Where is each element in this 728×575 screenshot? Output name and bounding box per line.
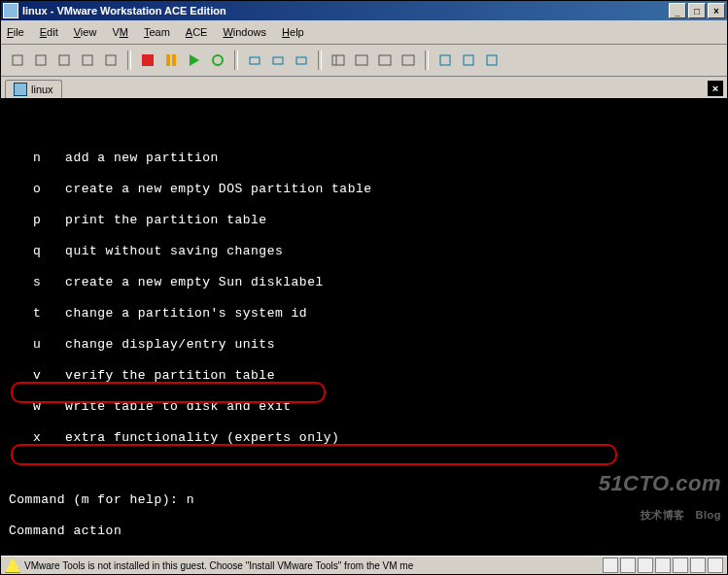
svg-rect-7 [172, 54, 176, 66]
tab-close-button[interactable]: × [708, 81, 723, 96]
floppy-icon[interactable] [638, 558, 653, 573]
menu-vm[interactable]: VM [112, 26, 128, 38]
play-button[interactable] [184, 50, 205, 71]
manage-button[interactable] [291, 50, 312, 71]
status-text: VMware Tools is not installed in this gu… [24, 560, 603, 571]
console-line: e extended [9, 555, 719, 556]
vm-icon [14, 83, 27, 96]
menu-edit[interactable]: Edit [40, 26, 58, 38]
display-icon[interactable] [708, 558, 723, 573]
console-line: q quit without saving changes [9, 244, 719, 259]
menu-team[interactable]: Team [144, 26, 170, 38]
toolbar-button-5[interactable] [100, 50, 121, 71]
svg-rect-17 [402, 55, 414, 65]
console-line [9, 461, 719, 477]
console-line: o create a new empty DOS partition table [9, 182, 719, 197]
svg-rect-16 [379, 55, 391, 65]
sidebar-button[interactable] [328, 50, 349, 71]
menu-ace[interactable]: ACE [186, 26, 208, 38]
warning-icon [5, 558, 20, 573]
svg-rect-0 [13, 55, 22, 65]
console-line: n add a new partition [9, 151, 719, 166]
console-line [9, 119, 719, 135]
svg-rect-2 [59, 55, 69, 65]
console-line: t change a partition's system id [9, 306, 719, 321]
suspend-button[interactable] [53, 50, 75, 71]
app-window: linux - VMware Workstation ACE Edition _… [0, 0, 728, 575]
toolbar-separator [318, 51, 322, 70]
fullscreen-button[interactable] [374, 50, 396, 71]
network-icon[interactable] [655, 558, 671, 573]
unity-button[interactable] [398, 50, 419, 71]
svg-rect-3 [83, 55, 92, 65]
vm-console[interactable]: n add a new partition o create a new emp… [1, 98, 727, 556]
window-title: linux - VMware Workstation ACE Edition [22, 5, 667, 17]
quickswitch-button[interactable] [351, 50, 372, 71]
device-tray [603, 558, 723, 573]
harddisk-icon[interactable] [603, 558, 618, 573]
snapshot-button[interactable] [244, 50, 265, 71]
usb-icon[interactable] [673, 558, 688, 573]
console-button[interactable] [458, 50, 479, 71]
svg-rect-10 [250, 57, 260, 64]
console-line: v verify the partition table [9, 368, 719, 384]
svg-rect-11 [273, 57, 283, 64]
svg-marker-8 [190, 54, 199, 66]
reset-button[interactable] [77, 50, 98, 71]
revert-button[interactable] [267, 50, 289, 71]
tab-bar: linux × [1, 77, 727, 98]
console-line: x extra functionality (experts only) [9, 430, 719, 446]
close-button[interactable]: × [708, 3, 725, 18]
svg-rect-12 [296, 57, 306, 64]
svg-rect-4 [106, 55, 116, 65]
svg-rect-18 [440, 55, 450, 65]
console-line: u change display/entry units [9, 337, 719, 353]
minimize-button[interactable]: _ [669, 3, 686, 18]
pause-button[interactable] [160, 50, 182, 71]
toolbar [1, 45, 727, 77]
svg-rect-19 [464, 55, 473, 65]
menu-view[interactable]: View [74, 26, 97, 38]
tab-linux[interactable]: linux [5, 80, 62, 98]
svg-rect-1 [36, 55, 46, 65]
console-line: p print the partition table [9, 213, 719, 228]
svg-rect-13 [332, 55, 344, 65]
refresh-button[interactable] [207, 50, 228, 71]
console-line: Command action [9, 524, 719, 539]
toolbar-separator [234, 51, 238, 70]
menu-windows[interactable]: Windows [223, 26, 266, 38]
menu-help[interactable]: Help [282, 26, 304, 38]
console-line: w write table to disk and exit [9, 399, 719, 415]
appliance-button[interactable] [481, 50, 503, 71]
console-line: s create a new empty Sun disklabel [9, 275, 719, 290]
svg-point-9 [213, 55, 223, 65]
maximize-button[interactable]: □ [688, 3, 706, 18]
summary-button[interactable] [434, 50, 456, 71]
menu-bar: FFileile Edit View VM Team ACE Windows H… [1, 20, 727, 45]
title-bar: linux - VMware Workstation ACE Edition _… [1, 1, 727, 20]
console-line: Command (m for help): n [9, 492, 719, 508]
power-on-button[interactable] [30, 50, 52, 71]
toolbar-separator [425, 51, 429, 70]
svg-rect-5 [142, 54, 154, 66]
cdrom-icon[interactable] [620, 558, 636, 573]
sound-icon[interactable] [690, 558, 706, 573]
toolbar-separator [127, 51, 131, 70]
power-off-button[interactable] [7, 50, 28, 71]
svg-rect-20 [487, 55, 497, 65]
svg-rect-6 [166, 54, 170, 66]
menu-file[interactable]: FFileile [7, 26, 24, 38]
app-icon [3, 3, 18, 18]
tab-label: linux [31, 84, 53, 95]
svg-rect-15 [356, 55, 367, 65]
stop-button[interactable] [137, 50, 158, 71]
status-bar: VMware Tools is not installed in this gu… [1, 556, 727, 574]
